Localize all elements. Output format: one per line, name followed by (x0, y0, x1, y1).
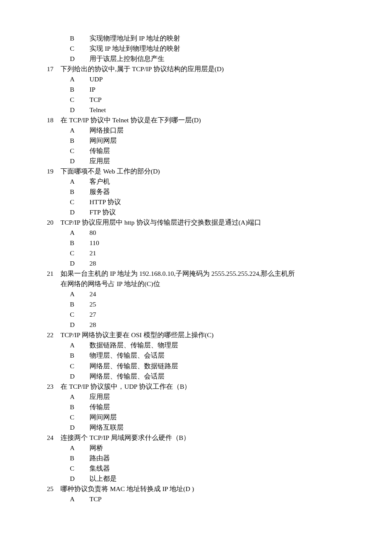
option-row: A网桥 (70, 443, 345, 453)
option-label: A (70, 228, 89, 238)
continuation-options: B实现物理地址到 IP 地址的映射C实现 IP 地址到物理地址的映射D用于该层上… (47, 33, 345, 64)
option-label: D (70, 156, 89, 166)
option-row: C实现 IP 地址到物理地址的映射 (70, 43, 345, 54)
option-text: UDP (89, 74, 345, 84)
option-text: 集线器 (89, 463, 345, 474)
question-text: TCP/IP 网络协议主要在 OSI 模型的哪些层上操作(C) (61, 330, 345, 340)
option-row: A客户机 (70, 176, 345, 187)
option-label: B (70, 33, 89, 43)
option-label: C (70, 463, 89, 474)
option-label: D (70, 422, 89, 433)
option-label: B (70, 238, 89, 248)
option-label: C (70, 197, 89, 207)
question-text: 在 TCP/IP 协议中 Telnet 协议是在下列哪一层(D) (61, 115, 345, 125)
question-block: 24连接两个 TCP/IP 局域网要求什么硬件（B）A网桥B路由器C集线器D以上… (47, 433, 345, 484)
option-row: B实现物理地址到 IP 地址的映射 (70, 33, 345, 43)
option-text: 网间网层 (89, 412, 345, 422)
option-text: 21 (89, 248, 345, 258)
option-text: 28 (89, 258, 345, 269)
option-row: B物理层、传输层、会话层 (70, 350, 345, 361)
option-row: D28 (70, 258, 345, 269)
option-row: C网络层、传输层、数据链路层 (70, 361, 345, 371)
question-number: 23 (47, 382, 61, 392)
question-number: 22 (47, 330, 61, 340)
option-label: A (70, 340, 89, 350)
option-label: B (70, 84, 89, 95)
option-text: 用于该层上控制信息产生 (89, 54, 345, 64)
option-label: C (70, 361, 89, 371)
option-label: D (70, 320, 89, 330)
option-row: D网络互联层 (70, 422, 345, 433)
option-row: C27 (70, 309, 345, 320)
question-number: 18 (47, 115, 61, 125)
option-text: 实现物理地址到 IP 地址的映射 (89, 33, 345, 43)
option-row: B25 (70, 299, 345, 309)
option-text: 110 (89, 238, 345, 248)
question-block: 18在 TCP/IP 协议中 Telnet 协议是在下列哪一层(D)A网络接口层… (47, 115, 345, 166)
option-text: 网络层、传输层、会话层 (89, 371, 345, 382)
questions-list: 17下列给出的协议中,属于 TCP/IP 协议结构的应用层是(D)AUDPBIP… (47, 64, 345, 504)
question-block: 25哪种协议负责将 MAC 地址转换成 IP 地址(D )ATCP (47, 484, 345, 504)
option-text: 网间网层 (89, 136, 345, 146)
option-label: A (70, 494, 89, 504)
option-label: A (70, 125, 89, 136)
option-row: ATCP (70, 494, 345, 504)
option-row: C传输层 (70, 146, 345, 156)
option-label: A (70, 176, 89, 187)
option-row: B网间网层 (70, 136, 345, 146)
option-label: A (70, 443, 89, 453)
option-text: 应用层 (89, 156, 345, 166)
option-label: D (70, 207, 89, 217)
question-text: 下面哪项不是 Web 工作的部分(D) (61, 166, 345, 176)
question-text: 如果一台主机的 IP 地址为 192.168.0.10,子网掩码为 2555.2… (61, 269, 345, 279)
option-text: 28 (89, 320, 345, 330)
question-block: 17下列给出的协议中,属于 TCP/IP 协议结构的应用层是(D)AUDPBIP… (47, 64, 345, 115)
question-text: 下列给出的协议中,属于 TCP/IP 协议结构的应用层是(D) (61, 64, 345, 74)
question-row: 23在 TCP/IP 协议簇中，UDP 协议工作在（B） (47, 382, 345, 392)
question-row: 20TCP/IP 协议应用层中 http 协议与传输层进行交换数据是通过(A)端… (47, 217, 345, 228)
option-text: 以上都是 (89, 474, 345, 484)
option-text: 25 (89, 299, 345, 309)
question-block: 21如果一台主机的 IP 地址为 192.168.0.10,子网掩码为 2555… (47, 269, 345, 330)
question-number: 19 (47, 166, 61, 176)
option-text: HTTP 协议 (89, 197, 345, 207)
option-label: D (70, 54, 89, 64)
option-label: C (70, 248, 89, 258)
option-label: B (70, 299, 89, 309)
question-text: 哪种协议负责将 MAC 地址转换成 IP 地址(D ) (61, 484, 345, 494)
option-row: BIP (70, 84, 345, 95)
option-row: CHTTP 协议 (70, 197, 345, 207)
option-row: D以上都是 (70, 474, 345, 484)
option-label: D (70, 258, 89, 269)
option-label: B (70, 187, 89, 197)
option-text: FTP 协议 (89, 207, 345, 217)
document-page: B实现物理地址到 IP 地址的映射C实现 IP 地址到物理地址的映射D用于该层上… (0, 0, 392, 538)
option-label: C (70, 146, 89, 156)
option-label: B (70, 350, 89, 361)
option-row: A数据链路层、传输层、物理层 (70, 340, 345, 350)
question-block: 23在 TCP/IP 协议簇中，UDP 协议工作在（B）A应用层B传输层C网间网… (47, 382, 345, 433)
option-text: 物理层、传输层、会话层 (89, 350, 345, 361)
option-text: 网络接口层 (89, 125, 345, 136)
question-number: 17 (47, 64, 61, 74)
option-row: DFTP 协议 (70, 207, 345, 217)
option-row: D用于该层上控制信息产生 (70, 54, 345, 64)
question-text: 在 TCP/IP 协议簇中，UDP 协议工作在（B） (61, 382, 345, 392)
option-row: C网间网层 (70, 412, 345, 422)
option-text: 80 (89, 228, 345, 238)
option-label: D (70, 105, 89, 115)
option-label: A (70, 74, 89, 84)
option-row: DTelnet (70, 105, 345, 115)
option-row: A24 (70, 289, 345, 299)
question-number: 20 (47, 217, 61, 228)
option-row: B110 (70, 238, 345, 248)
question-row: 22TCP/IP 网络协议主要在 OSI 模型的哪些层上操作(C) (47, 330, 345, 340)
option-text: 网络互联层 (89, 422, 345, 433)
option-row: B路由器 (70, 453, 345, 463)
option-label: A (70, 289, 89, 299)
option-row: A网络接口层 (70, 125, 345, 136)
option-text: 数据链路层、传输层、物理层 (89, 340, 345, 350)
option-text: Telnet (89, 105, 345, 115)
option-label: B (70, 402, 89, 412)
option-row: B传输层 (70, 402, 345, 412)
